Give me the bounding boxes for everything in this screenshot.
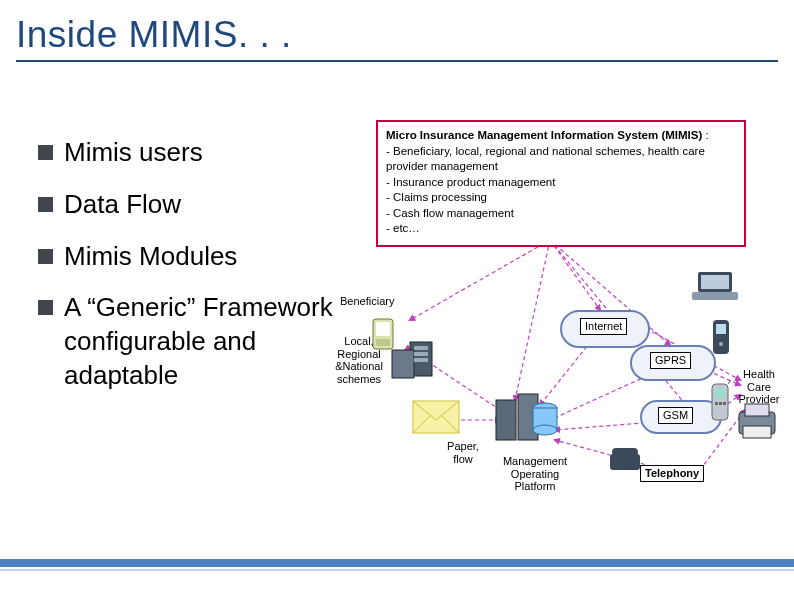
svg-rect-41 <box>610 454 640 470</box>
desk-phone-icon <box>608 446 644 478</box>
mimis-box-line: - etc… <box>386 222 420 234</box>
bullet-column: Mimis users Data Flow Mimis Modules A “G… <box>0 120 340 535</box>
envelope-icon <box>412 400 460 438</box>
svg-line-1 <box>515 240 550 400</box>
phone-gsm-icon <box>706 380 734 428</box>
footer-bar <box>0 559 794 573</box>
svg-rect-24 <box>496 400 516 440</box>
bullet-text: A “Generic” Framework configurable and a… <box>64 291 340 392</box>
bullet-text: Data Flow <box>64 189 181 219</box>
mimis-box-line: - Claims processing <box>386 191 487 203</box>
svg-rect-42 <box>612 448 638 456</box>
bullet-item: Data Flow <box>38 188 340 222</box>
database-servers-icon <box>490 390 560 454</box>
svg-line-2 <box>550 240 600 310</box>
svg-rect-30 <box>701 275 729 289</box>
svg-line-40 <box>728 380 732 384</box>
svg-rect-19 <box>392 350 414 378</box>
svg-rect-31 <box>692 292 738 300</box>
mimis-box-title: Micro Insurance Management Information S… <box>386 129 702 141</box>
svg-rect-37 <box>715 402 718 405</box>
svg-point-28 <box>533 425 557 435</box>
mimis-description-box: Micro Insurance Management Information S… <box>376 120 746 247</box>
label-telephony: Telephony <box>640 465 704 482</box>
slide-title: Inside MIMIS. . . <box>16 14 292 55</box>
label-paper: Paper, flow <box>440 440 486 465</box>
svg-rect-36 <box>715 388 725 398</box>
diagram-column: Micro Insurance Management Information S… <box>340 120 794 535</box>
phone-gprs-icon <box>710 318 732 362</box>
bullet-item: Mimis users <box>38 136 340 170</box>
svg-rect-23 <box>413 401 459 433</box>
svg-point-34 <box>719 342 723 346</box>
svg-rect-39 <box>723 402 726 405</box>
fax-printer-icon <box>735 402 779 446</box>
label-gprs: GPRS <box>650 352 691 369</box>
label-beneficiary: Beneficiary <box>340 295 394 308</box>
label-gsm: GSM <box>658 407 693 424</box>
label-schemes: Local, Regional &National schemes <box>324 335 394 386</box>
content-area: Mimis users Data Flow Mimis Modules A “G… <box>0 120 794 535</box>
server-rack-icon <box>390 340 436 384</box>
bullet-list: Mimis users Data Flow Mimis Modules A “G… <box>38 136 340 393</box>
svg-line-0 <box>410 240 550 320</box>
mimis-box-line: - Insurance product management <box>386 176 555 188</box>
svg-rect-16 <box>376 322 390 336</box>
bullet-text: Mimis Modules <box>64 241 237 271</box>
bullet-text: Mimis users <box>64 137 203 167</box>
mimis-box-line: - Beneficiary, local, regional and natio… <box>386 145 705 173</box>
svg-rect-20 <box>414 346 428 350</box>
mimis-box-suffix: : <box>702 129 708 141</box>
mimis-box-line: - Cash flow management <box>386 207 514 219</box>
label-internet: Internet <box>580 318 627 335</box>
svg-rect-21 <box>414 352 428 356</box>
svg-rect-45 <box>743 426 771 438</box>
bullet-item: Mimis Modules <box>38 240 340 274</box>
bullet-item: A “Generic” Framework configurable and a… <box>38 291 340 392</box>
svg-rect-22 <box>414 358 428 362</box>
label-provider: Health Care Provider <box>735 368 783 406</box>
laptop-icon <box>690 270 740 308</box>
svg-rect-33 <box>716 324 726 334</box>
title-underline <box>16 60 778 62</box>
label-platform: Management Operating Platform <box>490 455 580 493</box>
svg-rect-38 <box>719 402 722 405</box>
